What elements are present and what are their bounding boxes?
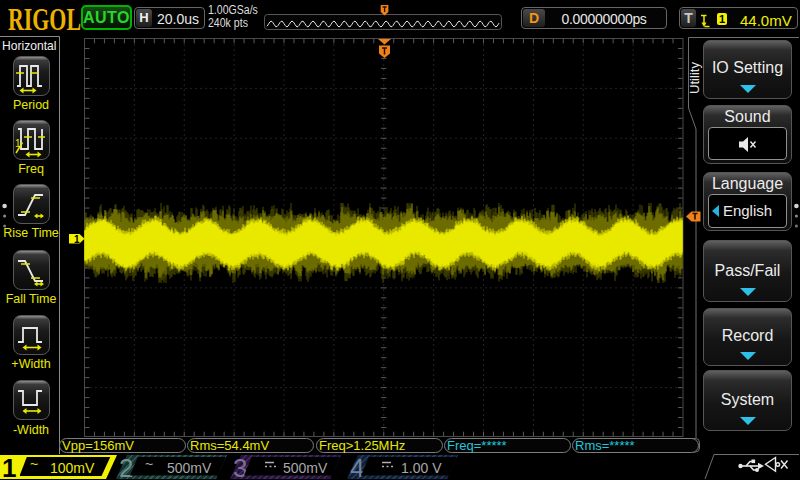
svg-text:1: 1 (74, 234, 80, 245)
